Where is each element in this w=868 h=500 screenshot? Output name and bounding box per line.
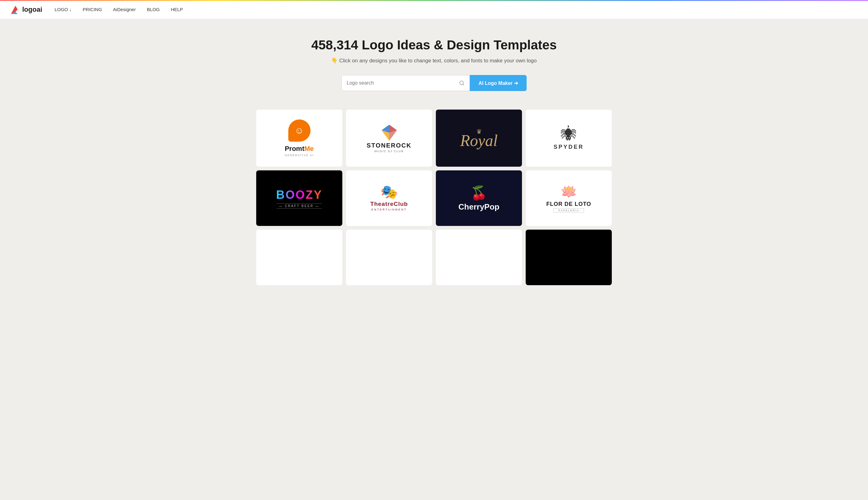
promptme-name: PromtMe	[285, 145, 313, 153]
list-item[interactable]: 🪷 FLOR DE LOTO · PAPELERIA ·	[526, 170, 612, 226]
ai-logo-maker-button[interactable]: AI Logo Maker ➜	[470, 75, 527, 91]
list-item[interactable]: PromtMe GENERATIVE AI	[256, 110, 342, 167]
list-item[interactable]	[436, 230, 522, 285]
nav-aidesigner[interactable]: AiDesigner	[113, 7, 136, 12]
list-item[interactable]	[256, 230, 342, 285]
list-item[interactable]	[346, 230, 432, 285]
search-icon	[459, 80, 465, 86]
nav-help[interactable]: HELP	[171, 7, 183, 12]
stonerock-sub: MUSIC DJ CLUB	[374, 150, 404, 153]
flor-name: FLOR DE LOTO	[546, 201, 591, 207]
list-item[interactable]	[526, 230, 612, 285]
main-nav: LOGO ↓ PRICING AiDesigner BLOG HELP	[55, 7, 183, 12]
flor-sub: · PAPELERIA ·	[553, 208, 584, 213]
cherry-icon: 🍒	[470, 185, 488, 201]
logo-text: logoai	[22, 5, 42, 14]
search-row: AI Logo Maker ➜	[341, 75, 527, 91]
promptme-sub: GENERATIVE AI	[285, 154, 314, 157]
logo-link[interactable]: logoai	[10, 4, 42, 15]
theatre-sub: ENTERTAINMENT	[372, 208, 407, 211]
header: logoai LOGO ↓ PRICING AiDesigner BLOG HE…	[0, 0, 868, 19]
svg-line-4	[463, 84, 464, 85]
logoai-icon	[10, 4, 21, 15]
search-input[interactable]	[347, 80, 457, 86]
list-item[interactable]: 🕷 SPYDER	[526, 110, 612, 167]
nav-pricing[interactable]: PRICING	[83, 7, 102, 12]
promptme-icon	[288, 120, 310, 142]
boozy-sub: — CRAFT BEER —	[277, 203, 322, 209]
logo-grid: PromtMe GENERATIVE AI STONEROCK MUSIC DJ…	[249, 103, 619, 291]
cherry-name: CherryPop	[458, 202, 500, 212]
list-item[interactable]: ♛ Royal	[436, 110, 522, 167]
search-container	[341, 75, 470, 91]
spyder-icon: 🕷	[561, 126, 577, 142]
stonerock-name: STONEROCK	[367, 142, 411, 149]
theatre-masks-icon: 🎭	[380, 185, 398, 199]
hero-section: 458,314 Logo Ideas & Design Templates 👇 …	[0, 19, 868, 103]
stonerock-diamond-icon	[380, 124, 399, 142]
spyder-name: SPYDER	[553, 144, 584, 150]
nav-blog[interactable]: BLOG	[147, 7, 160, 12]
boozy-name: BOOZY	[275, 188, 323, 202]
page-title: 458,314 Logo Ideas & Design Templates	[6, 38, 862, 53]
list-item[interactable]: STONEROCK MUSIC DJ CLUB	[346, 110, 432, 167]
flor-flower-icon: 🪷	[560, 184, 577, 200]
nav-logo[interactable]: LOGO ↓	[55, 7, 72, 12]
list-item[interactable]: BOOZY — CRAFT BEER —	[256, 170, 342, 226]
hero-subtitle: 👇 Click on any designs you like to chang…	[6, 57, 862, 64]
list-item[interactable]: 🍒 CherryPop	[436, 170, 522, 226]
royal-name: Royal	[460, 133, 498, 149]
theatre-name: TheatreClub	[370, 201, 408, 207]
list-item[interactable]: 🎭 TheatreClub ENTERTAINMENT	[346, 170, 432, 226]
